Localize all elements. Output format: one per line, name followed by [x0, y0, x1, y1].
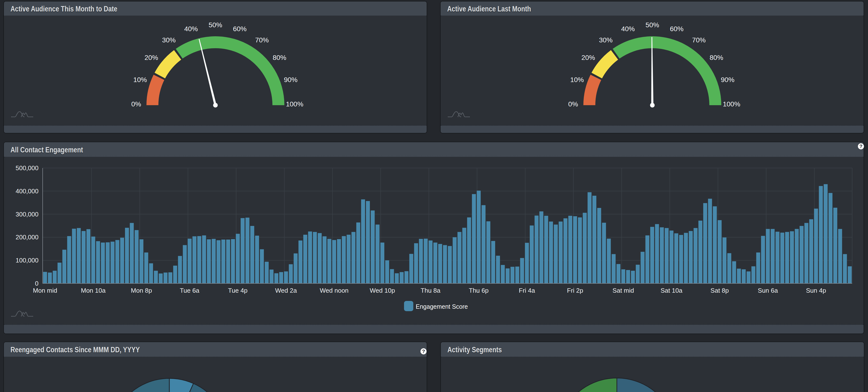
svg-text:?: ?	[422, 349, 425, 354]
svg-text:90%: 90%	[721, 76, 735, 84]
svg-text:10%: 10%	[570, 76, 584, 84]
svg-text:Mon 10a: Mon 10a	[81, 287, 106, 294]
svg-text:80%: 80%	[273, 54, 286, 61]
svg-text:Fri 2p: Fri 2p	[567, 287, 583, 294]
svg-text:80%: 80%	[710, 54, 723, 61]
svg-text:Sat 10a: Sat 10a	[661, 287, 683, 294]
svg-text:60%: 60%	[670, 25, 684, 33]
svg-text:Wed noon: Wed noon	[320, 287, 348, 294]
svg-text:Sun 4p: Sun 4p	[806, 287, 826, 294]
svg-text:20%: 20%	[582, 54, 595, 61]
svg-text:100%: 100%	[286, 100, 303, 108]
svg-text:100%: 100%	[723, 100, 740, 108]
svg-text:0: 0	[35, 280, 38, 287]
svg-text:40%: 40%	[621, 25, 635, 33]
svg-text:60%: 60%	[233, 25, 247, 33]
svg-text:Thu 8a: Thu 8a	[421, 287, 440, 294]
svg-text:70%: 70%	[692, 36, 706, 44]
svg-text:Thu 6p: Thu 6p	[469, 287, 489, 294]
svg-text:50%: 50%	[209, 21, 222, 29]
svg-text:30%: 30%	[599, 36, 613, 44]
svg-text:Sat 8p: Sat 8p	[711, 287, 729, 294]
svg-text:Engagement Score: Engagement Score	[416, 303, 468, 310]
svg-text:500,000: 500,000	[16, 164, 38, 172]
svg-text:10%: 10%	[133, 76, 147, 84]
svg-text:400,000: 400,000	[16, 188, 38, 195]
svg-text:30%: 30%	[162, 36, 176, 44]
svg-text:300,000: 300,000	[16, 210, 38, 218]
svg-text:Fri 4a: Fri 4a	[519, 287, 535, 294]
svg-text:Wed 2a: Wed 2a	[275, 287, 297, 294]
svg-text:90%: 90%	[284, 76, 298, 84]
svg-text:Sun 6a: Sun 6a	[758, 287, 778, 294]
svg-text:100,000: 100,000	[16, 257, 38, 264]
svg-text:200,000: 200,000	[16, 233, 38, 241]
svg-text:0%: 0%	[568, 100, 578, 108]
svg-text:Tue 4p: Tue 4p	[228, 287, 248, 294]
svg-text:?: ?	[860, 143, 863, 149]
svg-text:20%: 20%	[145, 54, 158, 61]
svg-text:70%: 70%	[255, 36, 269, 44]
svg-text:Wed 10p: Wed 10p	[370, 287, 395, 294]
svg-text:0%: 0%	[131, 100, 141, 108]
svg-text:Tue 6a: Tue 6a	[180, 287, 199, 294]
svg-text:Mon 8p: Mon 8p	[131, 287, 152, 294]
svg-text:Mon mid: Mon mid	[33, 287, 57, 294]
svg-text:50%: 50%	[646, 21, 659, 29]
svg-text:40%: 40%	[184, 25, 198, 33]
svg-text:Sat mid: Sat mid	[613, 287, 634, 294]
